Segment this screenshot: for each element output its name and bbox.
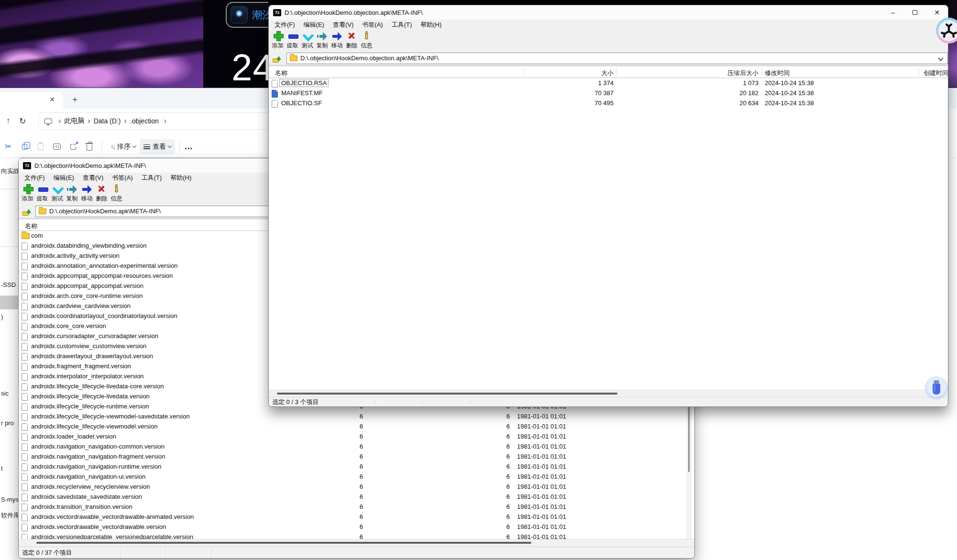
close-button[interactable]: ✕ — [926, 5, 948, 20]
delete-icon[interactable] — [81, 141, 98, 153]
maximize-button[interactable] — [904, 5, 926, 20]
usb-drive-icon[interactable] — [925, 376, 948, 399]
share-icon[interactable] — [65, 141, 81, 153]
column-packed-size[interactable]: 压缩后大小 — [663, 69, 759, 77]
file-size: 6 — [286, 523, 363, 530]
toolbar-button[interactable]: 删除 — [344, 30, 359, 50]
bg-horizontal-scrollbar[interactable] — [19, 539, 694, 547]
toolbar-button[interactable]: 信息 — [359, 30, 374, 50]
list-item[interactable]: androidx.vectordrawable_vectordrawable-a… — [19, 512, 694, 522]
list-item[interactable]: MANIFEST.MF 70 387 20 182 2024-10-24 15:… — [269, 88, 948, 99]
toolbar-button[interactable]: 提取 — [35, 183, 50, 203]
sidebar-item-clipped[interactable]: t — [1, 465, 3, 472]
toolbar-button[interactable]: 信息 — [109, 183, 124, 203]
toolbar-button[interactable]: 测试 — [50, 183, 65, 203]
list-item[interactable]: OBJECTIO.SF 70 495 20 634 2024-10-24 15:… — [269, 99, 948, 109]
toolbar-button[interactable]: 移动 — [79, 183, 94, 203]
fg-horizontal-scrollbar[interactable] — [269, 390, 948, 397]
bg-status-bar: 选定 0 / 37 个项目 — [19, 547, 694, 558]
column-modified[interactable]: 修改时间 — [765, 69, 790, 77]
menu-item[interactable]: 帮助(H) — [166, 174, 196, 182]
list-item[interactable]: androidx.recyclerview_recyclerview.versi… — [19, 482, 694, 492]
file-packed-size: 6 — [435, 483, 510, 490]
toolbar-icon — [96, 184, 108, 194]
fg-column-header[interactable]: 名称 大小 压缩后大小 修改时间 创建时间 — [269, 67, 948, 78]
file-name: androidx.recyclerview_recyclerview.versi… — [31, 483, 150, 490]
toolbar-button[interactable]: 复制 — [315, 30, 330, 50]
column-divider[interactable] — [616, 68, 616, 77]
sidebar-item-clipped[interactable]: 向实战 — [1, 167, 20, 176]
breadcrumb-item[interactable]: Data (D:) — [94, 117, 121, 125]
fg-title-bar[interactable]: 7z D:\.objection\HookDemo.objection.apk\… — [269, 5, 948, 20]
list-item[interactable]: androidx.versionedparcelable_versionedpa… — [19, 532, 694, 539]
list-item[interactable]: androidx.navigation_navigation-common.ve… — [19, 442, 694, 452]
file-name: MANIFEST.MF — [281, 89, 323, 97]
sidebar-item-clipped[interactable]: r pro — [1, 419, 14, 427]
menu-item[interactable]: 编辑(E) — [299, 21, 329, 29]
tide-widget[interactable]: 潮汐 — [226, 2, 268, 28]
column-divider[interactable] — [524, 68, 525, 77]
more-options-icon[interactable]: … — [184, 142, 193, 152]
explorer-active-tab[interactable]: ✕ — [0, 91, 64, 109]
list-item[interactable]: OBJECTIO.RSA 1 374 1 073 2024-10-24 15:3… — [269, 78, 948, 88]
toolbar-button[interactable]: 测试 — [300, 30, 315, 50]
list-item[interactable]: androidx.lifecycle_lifecycle-viewmodel-s… — [19, 412, 694, 422]
toolbar-button[interactable]: 提取 — [285, 30, 300, 50]
menu-item[interactable]: 文件(F) — [20, 174, 49, 182]
cut-icon[interactable]: ✂ — [0, 141, 16, 153]
view-button[interactable]: 查看 — [140, 139, 175, 154]
list-item[interactable]: androidx.navigation_navigation-ui.versio… — [19, 472, 694, 482]
fg-toolbar: 添加 提取 测试 复制 移动 — [269, 30, 948, 51]
sidebar-item-clipped[interactable]: 软件库 — [1, 511, 20, 520]
fg-address-input[interactable]: D:\.objection\HookDemo.objection.apk\MET… — [286, 53, 948, 64]
column-created[interactable]: 创建时间 — [924, 69, 948, 77]
list-item[interactable]: androidx.transition_transition.version 6… — [19, 502, 694, 512]
menu-item[interactable]: 帮助(H) — [416, 21, 446, 29]
up-one-level-icon[interactable] — [22, 207, 33, 216]
up-one-level-icon[interactable] — [272, 54, 283, 63]
sort-button[interactable]: ↑↓ 排序 — [107, 143, 140, 151]
toolbar-button[interactable]: 添加 — [270, 30, 285, 50]
toolbar-button[interactable]: 复制 — [65, 183, 79, 203]
menu-item[interactable]: 编辑(E) — [49, 174, 78, 182]
menu-item[interactable]: 文件(F) — [270, 21, 299, 29]
menu-item[interactable]: 书签(A) — [108, 174, 137, 182]
list-item[interactable]: androidx.savedstate_savedstate.version 6… — [19, 492, 694, 502]
menu-item[interactable]: 工具(T) — [137, 174, 166, 182]
sidebar-item-clipped[interactable]: sic — [1, 390, 9, 397]
column-name[interactable]: 名称 — [25, 222, 37, 231]
breadcrumb-item[interactable]: 此电脑 — [64, 117, 84, 125]
nav-up-button[interactable]: ↑ — [1, 116, 15, 126]
sidebar-selected-row[interactable] — [0, 296, 18, 309]
column-size[interactable]: 大小 — [537, 69, 614, 77]
menu-item[interactable]: 工具(T) — [387, 21, 417, 29]
list-item[interactable]: androidx.navigation_navigation-fragment.… — [19, 452, 694, 462]
copy-icon[interactable] — [16, 141, 33, 153]
column-divider[interactable] — [919, 68, 919, 77]
new-tab-button[interactable]: ＋ — [71, 94, 79, 105]
list-item[interactable]: androidx.loader_loader.version 6 6 1981-… — [19, 432, 694, 442]
status-divider — [375, 399, 375, 405]
sidebar-item-clipped[interactable]: ) — [1, 313, 3, 320]
minimize-button[interactable]: – — [882, 5, 904, 20]
menu-item[interactable]: 书签(A) — [358, 21, 387, 29]
list-item[interactable]: androidx.navigation_navigation-runtime.v… — [19, 462, 694, 472]
column-name[interactable]: 名称 — [275, 69, 287, 77]
breadcrumb-item[interactable]: .objection — [130, 117, 159, 125]
nav-refresh-button[interactable]: ↻ — [15, 116, 30, 126]
file-icon — [22, 373, 28, 381]
paste-icon[interactable] — [33, 141, 49, 153]
file-size: 6 — [286, 423, 363, 430]
toolbar-button[interactable]: 添加 — [20, 183, 35, 203]
column-divider[interactable] — [762, 68, 762, 77]
menu-item[interactable]: 查看(V) — [329, 21, 358, 29]
toolbar-button[interactable]: 移动 — [330, 30, 344, 50]
list-item[interactable]: androidx.vectordrawable_vectordrawable.v… — [19, 522, 694, 532]
chevron-down-icon[interactable] — [938, 55, 943, 61]
toolbar-button[interactable]: 删除 — [94, 183, 109, 203]
menu-item[interactable]: 查看(V) — [78, 174, 108, 182]
7zip-window-hookdemo-objection-apk: 7z D:\.objection\HookDemo.objection.apk\… — [268, 5, 948, 407]
rename-icon[interactable] — [49, 141, 65, 153]
tab-close-icon[interactable]: ✕ — [49, 96, 55, 103]
list-item[interactable]: androidx.lifecycle_lifecycle-viewmodel.v… — [19, 422, 694, 432]
